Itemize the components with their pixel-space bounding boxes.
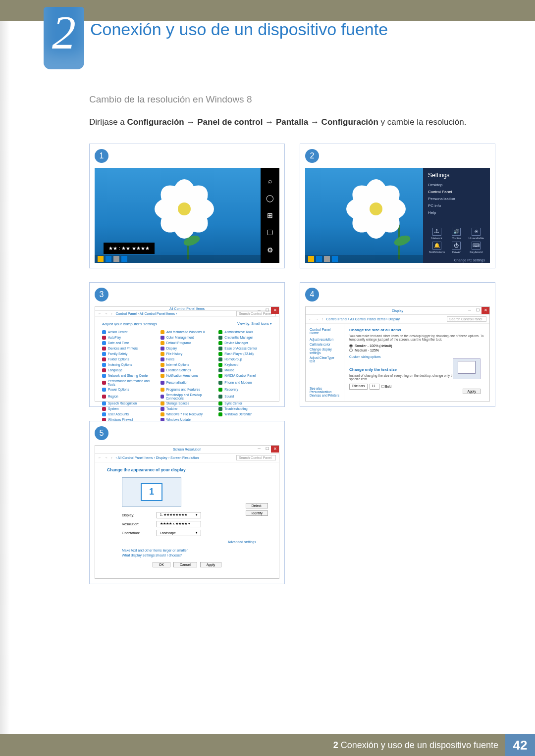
back-icon[interactable]: ← xyxy=(309,317,312,321)
control-panel-link[interactable]: Location Settings xyxy=(160,368,214,372)
settings-item[interactable]: Desktop xyxy=(428,183,485,187)
see-also-link[interactable]: Devices and Printers xyxy=(310,394,339,397)
change-pc-settings[interactable]: Change PC settings xyxy=(428,258,485,262)
back-icon[interactable]: ← xyxy=(98,312,102,315)
search-input[interactable]: Search Control Panel xyxy=(447,316,486,322)
control-panel-link[interactable]: AutoPlay xyxy=(102,336,156,340)
help-link[interactable]: Make text and other items larger or smal… xyxy=(122,549,267,552)
control-panel-link[interactable]: Speech Recognition xyxy=(102,402,156,405)
control-panel-link[interactable]: Folder Options xyxy=(102,357,156,361)
control-panel-link[interactable]: System xyxy=(102,407,156,411)
control-panel-link[interactable]: Troubleshooting xyxy=(218,407,272,411)
up-icon[interactable]: ↑ xyxy=(111,456,113,459)
control-panel-link[interactable]: Language xyxy=(102,368,156,372)
radio-smaller[interactable]: Smaller - 100% (default) xyxy=(349,344,484,348)
sidebar-item[interactable]: Adjust ClearType text xyxy=(310,356,340,363)
settings-item-control-panel[interactable]: Control Panel xyxy=(428,190,485,194)
share-icon[interactable]: ◯ xyxy=(266,194,274,202)
control-panel-link[interactable]: Sound xyxy=(218,393,272,400)
forward-icon[interactable]: → xyxy=(105,312,108,315)
minimize-icon[interactable]: ─ xyxy=(255,446,263,453)
maximize-icon[interactable]: ☐ xyxy=(263,307,271,314)
sidebar-heading[interactable]: Control Panel Home xyxy=(310,328,340,335)
forward-icon[interactable]: → xyxy=(105,456,108,459)
control-panel-link[interactable]: HomeGroup xyxy=(218,357,272,361)
control-panel-link[interactable]: Administrative Tools xyxy=(218,330,272,334)
maximize-icon[interactable]: ☐ xyxy=(263,446,271,453)
control-panel-link[interactable]: Windows Defender xyxy=(218,412,272,416)
control-panel-link[interactable]: Devices and Printers xyxy=(102,347,156,351)
control-panel-link[interactable]: Power Options xyxy=(102,388,156,392)
sidebar-item[interactable]: Calibrate color xyxy=(310,343,340,346)
settings-icon[interactable]: ⚙ xyxy=(266,246,274,254)
back-icon[interactable]: ← xyxy=(98,456,102,459)
control-panel-link[interactable]: Taskbar xyxy=(160,407,214,411)
up-icon[interactable]: ↑ xyxy=(321,317,323,321)
help-link[interactable]: What display settings should I choose? xyxy=(122,554,267,557)
control-panel-link[interactable]: Personalization xyxy=(160,379,214,386)
control-panel-link[interactable]: Windows 7 File Recovery xyxy=(160,412,214,416)
control-panel-link[interactable]: Internet Options xyxy=(160,363,214,367)
brightness-icon[interactable]: ☀Unavailable xyxy=(467,228,485,240)
identify-button[interactable]: Identify xyxy=(246,510,268,516)
close-icon[interactable]: ✕ xyxy=(271,446,279,453)
detect-button[interactable]: Detect xyxy=(246,503,268,508)
maximize-icon[interactable]: ☐ xyxy=(474,307,482,314)
control-panel-link[interactable]: User Accounts xyxy=(102,412,156,416)
control-panel-link[interactable]: Keyboard xyxy=(218,363,272,367)
resolution-dropdown[interactable]: ★★★★ x ★★★★ ▾ xyxy=(157,521,201,527)
volume-icon[interactable]: 🔊Control xyxy=(448,228,466,240)
close-icon[interactable]: ✕ xyxy=(482,307,489,314)
control-panel-link[interactable]: Fonts xyxy=(160,357,214,361)
control-panel-link[interactable]: Sync Center xyxy=(218,402,272,405)
breadcrumb[interactable]: Control Panel › All Control Panel Items … xyxy=(326,317,400,321)
control-panel-link[interactable]: Flash Player (32-bit) xyxy=(218,352,272,356)
cancel-button[interactable]: Cancel xyxy=(173,562,197,567)
keyboard-icon[interactable]: ⌨Keyboard xyxy=(467,242,485,253)
control-panel-link[interactable]: Date and Time xyxy=(102,341,156,345)
custom-sizing-link[interactable]: Custom sizing options xyxy=(349,355,484,358)
control-panel-link[interactable]: Credential Manager xyxy=(218,336,272,340)
control-panel-link[interactable]: NVIDIA Control Panel xyxy=(218,374,272,378)
advanced-settings-link[interactable]: Advanced settings xyxy=(107,540,256,544)
minimize-icon[interactable]: ─ xyxy=(466,307,474,314)
breadcrumb[interactable]: Control Panel › All Control Panel Items … xyxy=(116,312,177,315)
control-panel-link[interactable]: Recovery xyxy=(218,388,272,392)
control-panel-link[interactable]: Phone and Modem xyxy=(218,379,272,386)
control-panel-link[interactable]: Default Programs xyxy=(160,341,214,345)
control-panel-link[interactable]: Performance Information and Tools xyxy=(102,379,156,386)
control-panel-link[interactable]: Display xyxy=(160,347,214,351)
control-panel-link[interactable]: Ease of Access Center xyxy=(218,347,272,351)
display-dropdown[interactable]: 1. ★★★★★★★★▾ xyxy=(157,512,201,518)
bold-checkbox[interactable]: ☐ Bold xyxy=(381,385,392,389)
devices-icon[interactable]: 🖵 xyxy=(266,228,274,237)
view-by[interactable]: View by: Small icons ▾ xyxy=(237,322,272,326)
notifications-icon[interactable]: 🔔Notifications xyxy=(428,242,446,253)
control-panel-link[interactable]: Action Center xyxy=(102,330,156,334)
search-input[interactable]: Search Control Panel xyxy=(236,455,276,460)
see-also-link[interactable]: Personalization xyxy=(310,390,339,394)
control-panel-link[interactable]: Programs and Features xyxy=(160,388,214,392)
item-dropdown[interactable]: Title bars xyxy=(349,384,368,390)
orientation-dropdown[interactable]: Landscape▾ xyxy=(157,530,201,536)
control-panel-link[interactable]: Color Management xyxy=(160,336,214,340)
control-panel-link[interactable]: RemoteApp and Desktop Connections xyxy=(160,393,214,400)
control-panel-link[interactable]: Mouse xyxy=(218,368,272,372)
control-panel-link[interactable]: Add features to Windows 8 xyxy=(160,330,214,334)
control-panel-link[interactable]: Network and Sharing Center xyxy=(102,374,156,378)
close-icon[interactable]: ✕ xyxy=(271,307,279,314)
control-panel-link[interactable]: Indexing Options xyxy=(102,363,156,367)
start-icon[interactable]: ⊞ xyxy=(266,211,274,220)
power-icon[interactable]: ⏻Power xyxy=(448,242,466,253)
control-panel-link[interactable]: Region xyxy=(102,393,156,400)
control-panel-link[interactable]: Notification Area Icons xyxy=(160,374,214,378)
forward-icon[interactable]: → xyxy=(315,317,319,321)
settings-item[interactable]: PC info xyxy=(428,203,485,208)
sidebar-item[interactable]: Adjust resolution xyxy=(310,338,340,341)
ok-button[interactable]: OK xyxy=(153,562,170,567)
size-dropdown[interactable]: 11 xyxy=(370,384,379,390)
settings-item[interactable]: Help xyxy=(428,210,485,215)
minimize-icon[interactable]: ─ xyxy=(255,307,263,314)
search-icon[interactable]: ⌕ xyxy=(266,176,274,185)
control-panel-link[interactable]: Storage Spaces xyxy=(160,402,214,405)
